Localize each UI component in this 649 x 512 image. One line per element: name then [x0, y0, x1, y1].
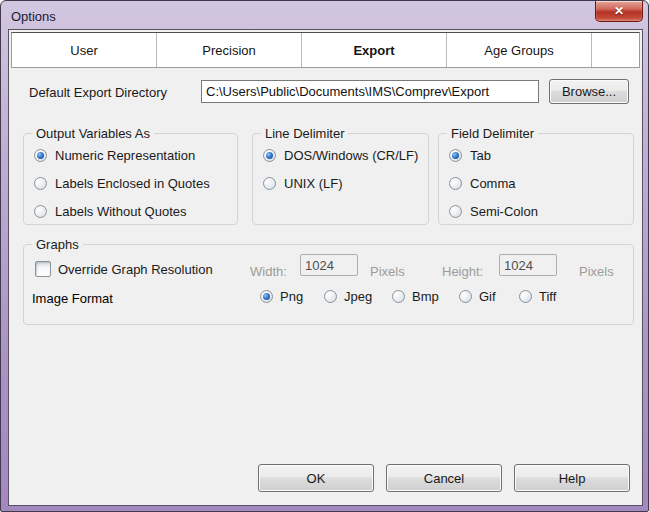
radio-labels-enclosed-in-quotes[interactable]: Labels Enclosed in Quotes: [34, 176, 210, 191]
export-directory-label: Default Export Directory: [29, 85, 167, 100]
close-button[interactable]: ✕: [595, 1, 643, 22]
radio-gif[interactable]: Gif: [459, 289, 496, 304]
window-title: Options: [11, 9, 56, 24]
tab-user[interactable]: User: [12, 33, 157, 67]
dialog-body: User Precision Export Age Groups Default…: [8, 29, 643, 506]
radio-selected-icon[interactable]: [263, 149, 276, 162]
radio-icon[interactable]: [449, 205, 462, 218]
radio-icon[interactable]: [34, 205, 47, 218]
radio-label: Tab: [470, 148, 491, 163]
line-delimiter-group: Line Delimiter DOS/Windows (CR/LF) UNIX …: [252, 133, 429, 225]
radio-label: Bmp: [412, 289, 439, 304]
graphs-title: Graphs: [32, 237, 83, 252]
radio-icon[interactable]: [449, 177, 462, 190]
radio-tab[interactable]: Tab: [449, 148, 491, 163]
height-label: Height:: [442, 264, 483, 279]
graphs-group: Graphs Override Graph Resolution Width: …: [23, 244, 634, 325]
width-input[interactable]: [300, 254, 358, 276]
radio-label: Labels Enclosed in Quotes: [55, 176, 210, 191]
titlebar[interactable]: Options ✕: [1, 1, 648, 29]
width-unit-label: Pixels: [370, 264, 405, 279]
radio-selected-icon[interactable]: [34, 149, 47, 162]
export-directory-input[interactable]: [201, 80, 539, 103]
radio-label: UNIX (LF): [284, 176, 343, 191]
radio-dos-windows[interactable]: DOS/Windows (CR/LF): [263, 148, 418, 163]
radio-unix[interactable]: UNIX (LF): [263, 176, 343, 191]
radio-icon[interactable]: [392, 290, 405, 303]
override-resolution-checkbox[interactable]: [35, 261, 51, 277]
browse-button[interactable]: Browse...: [549, 79, 629, 104]
ok-button[interactable]: OK: [258, 464, 374, 492]
radio-icon[interactable]: [263, 177, 276, 190]
radio-icon[interactable]: [34, 177, 47, 190]
radio-selected-icon[interactable]: [449, 149, 462, 162]
radio-label: Numeric Representation: [55, 148, 195, 163]
cancel-button[interactable]: Cancel: [386, 464, 502, 492]
radio-label: Png: [280, 289, 303, 304]
tab-precision[interactable]: Precision: [157, 33, 302, 67]
output-variables-title: Output Variables As: [32, 126, 154, 141]
tab-bar: User Precision Export Age Groups: [11, 32, 640, 68]
options-dialog: Options ✕ User Precision Export Age Grou…: [0, 0, 649, 512]
tab-filler: [592, 33, 639, 67]
radio-label: Semi-Colon: [470, 204, 538, 219]
width-label: Width:: [250, 264, 287, 279]
line-delimiter-title: Line Delimiter: [261, 126, 348, 141]
height-unit-label: Pixels: [579, 264, 614, 279]
radio-label: Comma: [470, 176, 516, 191]
radio-label: Gif: [479, 289, 496, 304]
field-delimiter-title: Field Delimiter: [447, 126, 538, 141]
radio-numeric-representation[interactable]: Numeric Representation: [34, 148, 195, 163]
radio-label: Labels Without Quotes: [55, 204, 187, 219]
height-input[interactable]: [499, 254, 557, 276]
radio-icon[interactable]: [459, 290, 472, 303]
radio-bmp[interactable]: Bmp: [392, 289, 439, 304]
radio-labels-without-quotes[interactable]: Labels Without Quotes: [34, 204, 187, 219]
radio-icon[interactable]: [324, 290, 337, 303]
radio-jpeg[interactable]: Jpeg: [324, 289, 372, 304]
image-format-label: Image Format: [32, 291, 113, 306]
checkbox-label: Override Graph Resolution: [58, 262, 213, 277]
help-button[interactable]: Help: [514, 464, 630, 492]
radio-label: DOS/Windows (CR/LF): [284, 148, 418, 163]
close-icon: ✕: [614, 5, 624, 17]
tab-age-groups[interactable]: Age Groups: [447, 33, 592, 67]
radio-comma[interactable]: Comma: [449, 176, 516, 191]
radio-png[interactable]: Png: [260, 289, 303, 304]
field-delimiter-group: Field Delimiter Tab Comma Semi-Colon: [438, 133, 634, 225]
output-variables-group: Output Variables As Numeric Representati…: [23, 133, 238, 225]
radio-label: Tiff: [539, 289, 556, 304]
radio-icon[interactable]: [519, 290, 532, 303]
radio-tiff[interactable]: Tiff: [519, 289, 556, 304]
radio-label: Jpeg: [344, 289, 372, 304]
radio-selected-icon[interactable]: [260, 290, 273, 303]
tab-export[interactable]: Export: [302, 33, 447, 67]
radio-semi-colon[interactable]: Semi-Colon: [449, 204, 538, 219]
override-graph-resolution-row[interactable]: Override Graph Resolution: [35, 261, 213, 277]
